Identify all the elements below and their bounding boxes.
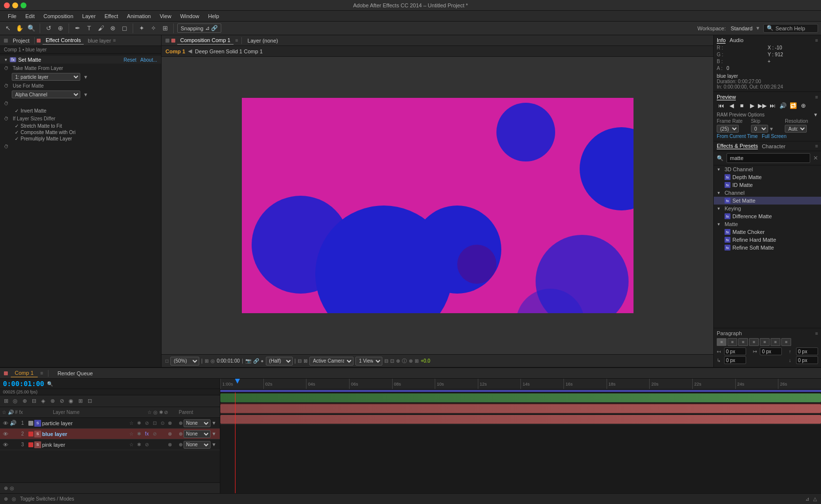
prev-ram-btn[interactable]: ⊕	[799, 101, 808, 110]
toggle-switches-label[interactable]: Toggle Switches / Modes	[20, 496, 74, 502]
tab-info[interactable]: Info	[717, 37, 726, 44]
tool-shape[interactable]: ◻	[119, 23, 129, 33]
category-3d-channel[interactable]: ▼ 3D Channel	[714, 165, 821, 173]
para-align-left[interactable]: ≡	[717, 338, 727, 346]
layer3-sw-1[interactable]: ☆	[128, 441, 135, 448]
info-menu-btn[interactable]: ≡	[815, 38, 818, 43]
timecode-display[interactable]: 0:00:01:00	[217, 358, 240, 364]
tab-character[interactable]: Character	[762, 143, 785, 149]
prev-forward-btn[interactable]: ▶▶	[758, 101, 767, 110]
status-icon-4[interactable]: △	[813, 496, 817, 502]
canvas-color-icon[interactable]: ●	[261, 358, 264, 364]
indent-right-input[interactable]	[760, 347, 782, 355]
tab-effect-controls[interactable]: Effect Controls	[43, 36, 84, 45]
canvas-fit-icon[interactable]: ⊞	[205, 358, 209, 364]
stopwatch-icon-2[interactable]: ⏱	[4, 144, 11, 149]
frame-rate-select[interactable]: (25)	[717, 125, 739, 133]
para-justify-center[interactable]: ≡	[760, 338, 770, 346]
layer2-sw-1[interactable]: ☆	[128, 431, 135, 437]
space-above-input[interactable]	[796, 347, 818, 355]
tl-tool-7[interactable]: ⊘	[58, 397, 66, 405]
use-matte-dropdown-icon[interactable]: ▼	[83, 92, 88, 97]
tool-puppet[interactable]: ✦	[137, 23, 146, 33]
category-matte[interactable]: ▼ Matte	[714, 220, 821, 228]
layer2-parent-dropdown[interactable]: ▼	[211, 431, 216, 436]
menu-layer[interactable]: Layer	[78, 12, 100, 20]
tl-tab-render[interactable]: Render Queue	[53, 369, 96, 377]
track3-bar[interactable]	[220, 415, 821, 424]
tool-puppet2[interactable]: ✧	[148, 23, 158, 33]
layer2-audio[interactable]	[10, 431, 17, 437]
left-panel-menu[interactable]: ≡	[113, 38, 116, 43]
stopwatch-use[interactable]: ⏱	[4, 83, 11, 89]
full-screen-link[interactable]: Full Screen	[762, 134, 787, 139]
layer2-quality[interactable]: ⊘	[151, 431, 158, 437]
para-justify-all[interactable]: ≡	[781, 338, 791, 346]
canvas-snap-icon[interactable]: ◎	[211, 358, 215, 364]
lc-btn-2[interactable]: ◎	[10, 485, 14, 491]
top-search-bar[interactable]: 🔍	[763, 24, 818, 33]
space-below-input[interactable]	[796, 356, 818, 364]
take-matte-select[interactable]: 1: particle layer	[12, 73, 80, 81]
active-camera-select[interactable]: Active Camera	[309, 357, 353, 366]
tab-effects-presets[interactable]: Effects & Presets	[717, 143, 758, 149]
layer3-audio[interactable]	[10, 441, 17, 448]
about-link[interactable]: About...	[141, 57, 157, 63]
tl-tool-8[interactable]: ◉	[67, 397, 75, 405]
canvas-flow-icon[interactable]: ⊗	[409, 358, 413, 364]
tab-preview[interactable]: Preview	[717, 94, 736, 100]
layer3-name[interactable]: pink layer	[42, 442, 127, 448]
track2-bar[interactable]	[220, 404, 821, 413]
layer2-parent-select[interactable]: None	[184, 430, 211, 438]
menu-view[interactable]: View	[156, 12, 175, 20]
item-depth-matte[interactable]: fx Depth Matte	[714, 173, 821, 181]
resolution-select[interactable]: (Half) (Full) (Quarter)	[266, 357, 293, 366]
view-count-select[interactable]: 1 View	[355, 357, 382, 366]
lc-btn-1[interactable]: ⊕	[4, 485, 8, 491]
stopwatch-take[interactable]: ⏱	[4, 66, 11, 71]
stopwatch-sizes[interactable]: ⏱	[4, 116, 11, 121]
tl-tool-2[interactable]: ◎	[11, 397, 19, 405]
search-input[interactable]	[775, 25, 815, 31]
effects-search-clear[interactable]: ✕	[813, 155, 818, 161]
take-matte-dropdown-icon[interactable]: ▼	[83, 74, 88, 80]
comp-tab-menu[interactable]: ≡	[235, 38, 238, 43]
para-justify-right[interactable]: ≡	[771, 338, 780, 346]
layer2-sw-2[interactable]: ✱	[136, 431, 142, 437]
tool-hand[interactable]: ✋	[15, 23, 24, 33]
prev-audio-btn[interactable]: 🔊	[778, 101, 787, 110]
category-channel[interactable]: ▼ Channel	[714, 189, 821, 197]
layer1-parent-dropdown[interactable]: ▼	[211, 420, 216, 426]
layer1-audio[interactable]: 🔊	[10, 420, 17, 427]
tool-select[interactable]: ↖	[3, 23, 13, 33]
canvas-freeze-icon[interactable]: ⊕	[396, 358, 400, 364]
prev-loop-btn[interactable]: 🔁	[789, 101, 798, 110]
status-icon-2[interactable]: ◎	[12, 496, 16, 502]
layer3-quality[interactable]: ⊘	[143, 441, 150, 448]
para-align-center[interactable]: ≡	[727, 338, 737, 346]
prev-play-btn[interactable]: ▶	[748, 101, 756, 110]
tool-puppet3[interactable]: ⊞	[160, 23, 170, 33]
tl-tool-6[interactable]: ⊗	[48, 397, 56, 405]
layer1-sw-2[interactable]: ✱	[136, 420, 142, 427]
tl-tool-1[interactable]: ⊞	[2, 397, 10, 405]
layer2-name[interactable]: blue layer	[42, 431, 127, 437]
indent-left-input[interactable]	[724, 347, 746, 355]
track1-bar[interactable]	[220, 393, 821, 402]
stopwatch-icon[interactable]: ⏱	[4, 101, 11, 106]
item-matte-choker[interactable]: fx Matte Choker	[714, 228, 821, 236]
stretch-matte-label[interactable]: Stretch Matte to Fit	[21, 123, 62, 129]
tl-tool-5[interactable]: ◈	[39, 397, 47, 405]
item-refine-soft-matte[interactable]: fx Refine Soft Matte	[714, 244, 821, 252]
canvas-camera-icon[interactable]: 📷	[245, 358, 251, 364]
layer1-parent-select[interactable]: None	[184, 419, 211, 427]
canvas-exposure-value[interactable]: +0.0	[421, 358, 430, 364]
category-keying[interactable]: ▼ Keying	[714, 205, 821, 212]
layer1-name[interactable]: particle layer	[42, 420, 127, 426]
tool-text[interactable]: T	[84, 23, 94, 33]
status-icon-1[interactable]: ⊕	[4, 496, 8, 502]
para-justify-left[interactable]: ≡	[749, 338, 759, 346]
preview-menu-btn[interactable]: ≡	[815, 94, 818, 100]
layer2-eye[interactable]: 👁	[2, 431, 9, 437]
canvas-info-icon[interactable]: ⓘ	[402, 358, 407, 365]
